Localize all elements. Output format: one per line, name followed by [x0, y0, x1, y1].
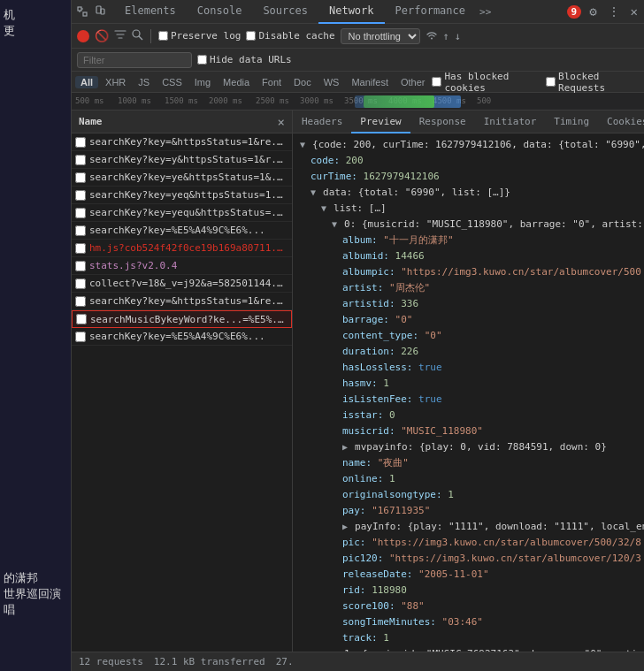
- hide-data-urls-checkbox[interactable]: Hide data URLs: [197, 54, 292, 65]
- timeline-label-3: 2000 ms: [209, 96, 242, 105]
- request-checkbox[interactable]: [75, 278, 86, 289]
- collapse-arrow[interactable]: ▼: [300, 140, 310, 149]
- preview-line: hasmv: 1: [300, 376, 637, 392]
- request-checkbox[interactable]: [75, 172, 86, 183]
- settings-icon[interactable]: ⚙: [586, 4, 599, 19]
- request-item[interactable]: searchKey?key=%E5%A4%9C%E6%...: [72, 222, 292, 240]
- preview-line: isstar: 0: [300, 408, 637, 423]
- type-filter-all[interactable]: All: [75, 76, 98, 88]
- tab-sources[interactable]: Sources: [252, 0, 318, 24]
- preview-line: curTime: 1627979412106: [300, 169, 637, 185]
- tab-initiator[interactable]: Initiator: [475, 111, 546, 133]
- request-checkbox[interactable]: [75, 296, 86, 307]
- svg-rect-0: [78, 7, 81, 11]
- request-checkbox[interactable]: [75, 243, 86, 254]
- json-key: songTimeMinutes:: [342, 616, 442, 628]
- request-item[interactable]: searchKey?key=y&httpsStatus=1&r...: [72, 151, 292, 169]
- tab-console[interactable]: Console: [187, 0, 253, 24]
- request-checkbox[interactable]: [75, 155, 86, 165]
- type-filter-css[interactable]: CSS: [157, 76, 188, 88]
- request-item[interactable]: searchKey?key=&httpsStatus=1&re...: [72, 293, 292, 310]
- request-item[interactable]: searchKey?key=&httpsStatus=1&re...: [72, 133, 292, 151]
- json-value: 14466: [395, 250, 425, 262]
- more-tabs-button[interactable]: >>: [476, 6, 494, 18]
- search-icon[interactable]: [132, 29, 143, 43]
- json-value: 1: [389, 473, 395, 484]
- toolbar-sep-1: [150, 29, 151, 43]
- type-filter-ws[interactable]: WS: [318, 76, 345, 88]
- throttle-select[interactable]: No throttling: [341, 28, 420, 44]
- request-checkbox[interactable]: [75, 225, 86, 236]
- request-name: searchMusicBykeyWord?ke...=%E5%...: [90, 314, 288, 325]
- type-filter-font[interactable]: Font: [257, 76, 287, 88]
- has-blocked-cookies-checkbox[interactable]: Has blocked cookies: [432, 71, 542, 94]
- requests-panel: Name × searchKey?key=&httpsStatus=1&re..…: [72, 111, 293, 652]
- type-filter-xhr[interactable]: XHR: [100, 76, 131, 88]
- type-filter-js[interactable]: JS: [133, 76, 155, 88]
- collapse-arrow[interactable]: ▼: [321, 203, 332, 213]
- more-options-icon[interactable]: ⋮: [605, 4, 623, 19]
- json-key: isListenFee:: [342, 393, 418, 405]
- status-requests: 12 requests: [79, 656, 143, 667]
- device-toggle-icon[interactable]: [93, 4, 107, 19]
- request-item[interactable]: searchKey?key=%E5%A4%9C%E6%...: [72, 328, 292, 346]
- tab-network[interactable]: Network: [318, 0, 385, 24]
- svg-rect-4: [96, 6, 101, 13]
- collapse-arrow[interactable]: ▼: [332, 219, 342, 229]
- request-checkbox[interactable]: [75, 137, 86, 148]
- request-item[interactable]: hm.js?cob524f42f0ce19b169a80711...: [72, 240, 292, 257]
- type-filter-media[interactable]: Media: [218, 76, 255, 88]
- request-item[interactable]: collect?v=18&_v=j92&a=582501144...: [72, 275, 292, 293]
- preview-line: barrage: "0": [300, 312, 637, 328]
- tab-timing[interactable]: Timing: [545, 111, 598, 133]
- tab-elements[interactable]: Elements: [114, 0, 187, 24]
- json-content: payInfo: {play: "1111", download: "1111"…: [355, 521, 644, 532]
- expand-arrow[interactable]: ▶: [342, 522, 353, 531]
- request-checkbox[interactable]: [75, 261, 86, 271]
- filter-input[interactable]: [77, 52, 192, 68]
- svg-rect-1: [83, 12, 87, 16]
- clear-button[interactable]: 🚫: [95, 29, 109, 42]
- request-name: searchKey?key=%E5%A4%9C%E6%...: [89, 225, 288, 236]
- tab-preview[interactable]: Preview: [351, 111, 410, 133]
- collapse-arrow[interactable]: ▼: [310, 187, 321, 197]
- inspect-icon[interactable]: [75, 4, 89, 19]
- request-item[interactable]: searchKey?key=yequ&httpsStatus=...: [72, 204, 292, 222]
- close-devtools-icon[interactable]: ✕: [628, 4, 640, 19]
- page-text-bottom: 的潇邦 世界巡回演唱: [4, 570, 71, 618]
- json-key: pic120:: [342, 553, 389, 564]
- disable-cache-checkbox[interactable]: Disable cache: [246, 30, 334, 42]
- expand-arrow[interactable]: ▶: [342, 442, 353, 452]
- request-name: searchKey?key=&httpsStatus=1&re...: [89, 136, 288, 148]
- devtools-tab-bar: Elements Console Sources Network Perform…: [72, 0, 644, 24]
- request-checkbox[interactable]: [75, 332, 86, 342]
- filter-icon[interactable]: [114, 28, 126, 43]
- request-item[interactable]: searchMusicBykeyWord?ke...=%E5%...: [72, 310, 292, 328]
- json-content: data: {total: "6990", list: […]}: [323, 187, 510, 198]
- type-filter-img[interactable]: Img: [189, 76, 216, 88]
- tab-response[interactable]: Response: [410, 111, 475, 133]
- main-content: Name × searchKey?key=&httpsStatus=1&re..…: [72, 111, 644, 652]
- json-key: pic:: [342, 537, 372, 548]
- request-checkbox[interactable]: [76, 314, 87, 324]
- request-item[interactable]: stats.js?v2.0.4: [72, 257, 292, 275]
- json-key: name:: [342, 457, 378, 469]
- tab-cookies[interactable]: Cookies: [598, 111, 644, 133]
- json-value: "0": [425, 330, 442, 341]
- preserve-log-checkbox[interactable]: Preserve log: [158, 30, 241, 42]
- type-filter-manifest[interactable]: Manifest: [346, 76, 394, 88]
- type-filter-other[interactable]: Other: [395, 76, 431, 88]
- tab-headers[interactable]: Headers: [293, 111, 351, 133]
- request-checkbox[interactable]: [75, 208, 86, 218]
- request-item[interactable]: searchKey?key=yeq&httpsStatus=1...: [72, 187, 292, 204]
- tab-performance[interactable]: Performance: [385, 0, 476, 24]
- blocked-requests-checkbox[interactable]: Blocked Requests: [546, 71, 640, 94]
- record-button[interactable]: [77, 30, 89, 42]
- type-filter-doc[interactable]: Doc: [288, 76, 317, 88]
- close-detail-button[interactable]: ×: [278, 115, 285, 129]
- request-item[interactable]: searchKey?key=ye&httpsStatus=1&...: [72, 169, 292, 187]
- request-checkbox[interactable]: [75, 190, 86, 201]
- json-key: barrage:: [342, 314, 395, 325]
- preview-line: track: 1: [300, 630, 637, 646]
- upload-icon: ↑: [443, 30, 449, 42]
